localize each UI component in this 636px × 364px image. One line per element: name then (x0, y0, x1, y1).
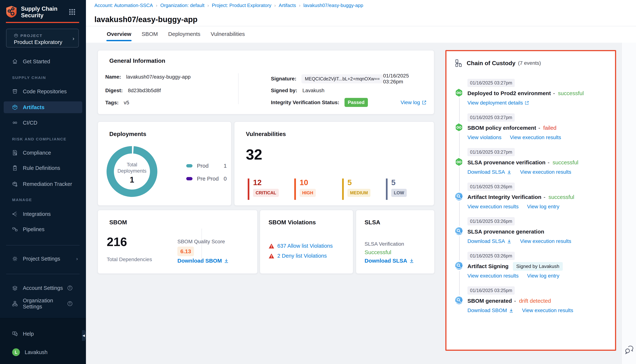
download-icon (224, 258, 229, 263)
view-violations-link[interactable]: View violations (468, 134, 502, 140)
view-log-link[interactable]: View log (401, 100, 426, 106)
rule-definitions-icon (12, 165, 18, 171)
sidebar-item-get-started[interactable]: Get Started (4, 56, 82, 67)
breadcrumb-artifacts[interactable]: Artifacts (279, 2, 296, 8)
integrations-icon (12, 211, 18, 217)
card-title: SLSA (364, 219, 380, 226)
chain-of-custody-header: Chain of Custody (7 events) (455, 59, 541, 67)
shield-logo-icon (6, 6, 17, 18)
digest-value: 8d23bd3b5d8f (128, 88, 161, 94)
breadcrumb-separator: › (274, 3, 276, 8)
name-label: Name: (105, 74, 121, 80)
panel-title: Chain of Custody (467, 60, 516, 66)
allow-list-violations-link[interactable]: 637 Allow list Violations (277, 243, 333, 249)
tab-sbom[interactable]: SBOM (141, 30, 158, 41)
column-divider (238, 73, 238, 104)
sidebar: Supply Chain Security PROJECT Product Ex… (0, 0, 86, 364)
org-hierarchy-gear-icon (12, 301, 18, 306)
coc-event-artifact-integrity-verification: 01/16/2025 03:26pm Artifact Integrity Ve… (446, 182, 615, 210)
sidebar-item-cicd[interactable]: CI/CD (4, 117, 82, 129)
view-execution-results-link[interactable]: View execution results (468, 273, 518, 279)
sidebar-item-code-repositories[interactable]: Code Repositories (4, 86, 82, 97)
download-icon (507, 239, 512, 244)
sidebar-item-remediation-tracker[interactable]: Remediation Tracker (4, 178, 82, 190)
sidebar-item-project-settings[interactable]: Project Settings › (4, 253, 82, 265)
pipelines-icon (12, 226, 18, 232)
vulnerabilities-card: Vulnerabilities 32 12 CRITICAL 10 HIGH 5… (234, 122, 434, 206)
deployments-donut-chart: Total Deployments 1 (106, 146, 158, 197)
view-execution-results-link[interactable]: View execution results (468, 204, 518, 210)
download-sbom-link[interactable]: Download SBOM (178, 258, 229, 264)
sidebar-item-help[interactable]: Help (4, 328, 82, 340)
tab-deployments[interactable]: Deployments (168, 30, 201, 41)
legend-item-pre-prod: Pre Prod 0 (186, 176, 227, 182)
sidebar-divider (6, 274, 80, 274)
deny-list-violations-link[interactable]: 2 Deny list Violations (277, 253, 327, 259)
view-log-entry-link[interactable]: View log entry (527, 204, 559, 210)
sidebar-item-compliance[interactable]: Compliance (4, 147, 82, 159)
download-slsa-link[interactable]: Download SLSA (468, 238, 512, 244)
scan-step-icon (455, 296, 463, 304)
severity-high: 10 HIGH (294, 178, 316, 200)
event-status: drift detected (514, 298, 551, 304)
card-title: Vulnerabilities (246, 131, 286, 138)
event-title: Deployed to Prod2 environment (468, 90, 551, 96)
sidebar-user[interactable]: L Lavakush (4, 346, 82, 358)
app-grid-menu-icon[interactable] (69, 9, 75, 16)
coc-event-deployed-prod2: 01/16/2025 03:27pm Deployed to Prod2 env… (446, 79, 615, 106)
sidebar-item-artifacts[interactable]: Artifacts (4, 102, 82, 113)
deployment-hexagon-icon (455, 123, 463, 132)
scan-step-icon (455, 227, 463, 235)
breadcrumb-current[interactable]: lavakush07/easy-buggy-app (304, 2, 363, 8)
breadcrumb-project[interactable]: Project: Product Exploratory (212, 2, 272, 8)
download-slsa-link[interactable]: Download SLSA (364, 258, 414, 264)
event-title: Artifact Integrity Verification (468, 194, 542, 200)
event-title: SLSA provenance generation (468, 228, 544, 235)
avatar: L (12, 348, 20, 356)
tab-vulnerabilities[interactable]: Vulnerabilities (210, 30, 245, 41)
deployment-hexagon-icon (455, 89, 463, 97)
download-slsa-link[interactable]: Download SLSA (468, 169, 512, 175)
event-timestamp: 01/16/2025 03:26pm (468, 182, 515, 191)
user-name: Lavakush (25, 349, 48, 355)
sidebar-section-risk-compliance: RISK AND COMPLIANCE (12, 137, 66, 141)
view-log-entry-link[interactable]: View log entry (527, 273, 559, 279)
event-status: successful (553, 90, 584, 96)
integrity-status-badge: Passed (344, 98, 368, 107)
project-selector[interactable]: PROJECT Product Exploratory › (6, 29, 79, 48)
deny-list-violations-row: 2 Deny list Violations (268, 253, 327, 259)
download-sbom-link[interactable]: Download SBOM (468, 308, 514, 314)
cicd-infinity-icon (12, 120, 18, 126)
cube-icon (14, 34, 18, 38)
breadcrumb-organization[interactable]: Organization: default (160, 2, 204, 8)
sidebar-item-integrations[interactable]: Integrations (4, 208, 82, 220)
card-title: SBOM Violations (268, 219, 316, 226)
view-deployment-details-link[interactable]: View deployment details (468, 100, 529, 106)
view-execution-results-link[interactable]: View execution results (522, 308, 573, 314)
vulnerabilities-total: 32 (246, 146, 262, 163)
download-icon (409, 258, 414, 263)
breadcrumb-account[interactable]: Account: Automation-SSCA (94, 2, 153, 8)
view-execution-results-link[interactable]: View execution results (520, 238, 571, 244)
support-chat-icon[interactable] (624, 345, 634, 356)
sbom-total-label: Total Dependencies (107, 256, 152, 262)
view-execution-results-link[interactable]: View execution results (520, 169, 571, 175)
sidebar-item-rule-definitions[interactable]: Rule Definitions (4, 162, 82, 174)
header-divider (86, 26, 636, 26)
integrity-status-label: Integrity Verification Status: (271, 100, 339, 106)
sidebar-item-pipelines[interactable]: Pipelines (4, 224, 82, 235)
external-link-icon (422, 100, 426, 105)
coc-event-slsa-provenance-generation: 01/16/2025 03:26pm SLSA provenance gener… (446, 217, 615, 244)
card-title: General Information (109, 58, 165, 64)
breadcrumb-separator: › (299, 3, 300, 8)
tab-overview[interactable]: Overview (106, 30, 132, 41)
severity-medium: 5 MEDIUM (342, 178, 370, 200)
name-value: lavakush07/easy-buggy-app (126, 74, 191, 80)
artifacts-cube-icon (12, 104, 18, 110)
event-timestamp: 01/16/2025 03:27pm (468, 79, 515, 87)
sidebar-item-account-settings[interactable]: Account Settings (4, 282, 82, 294)
signed-by-value: Lavakush (302, 88, 324, 94)
sbom-card: SBOM 216 Total Dependencies SBOM Quality… (98, 210, 258, 274)
sidebar-item-organization-settings[interactable]: Organization Settings (4, 298, 82, 310)
view-execution-results-link[interactable]: View execution results (510, 134, 561, 140)
